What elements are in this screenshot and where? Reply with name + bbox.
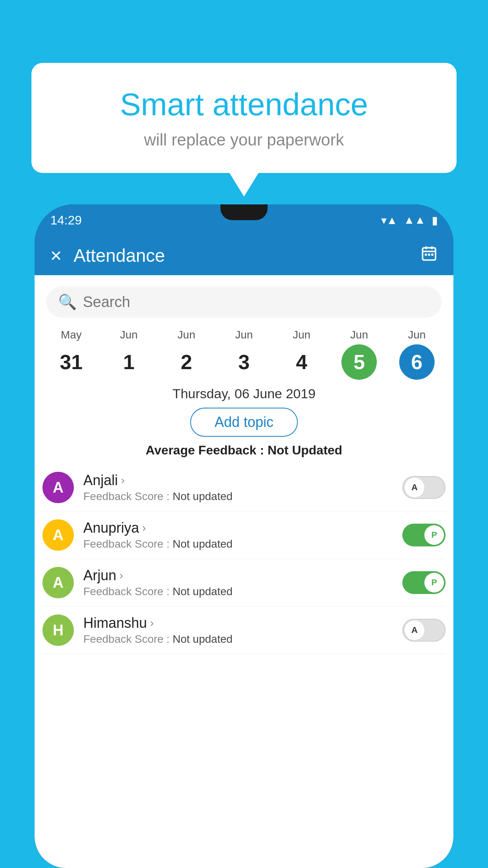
cal-month-label: Jun [235,329,253,341]
student-info: Himanshu ›Feedback Score : Not updated [83,615,393,645]
cal-month-label: Jun [178,329,195,341]
student-info: Anupriya ›Feedback Score : Not updated [83,520,393,550]
app-bar: × Attendance [35,236,453,275]
chevron-right-icon: › [150,617,154,629]
notch [220,204,268,220]
cal-date-number[interactable]: 31 [53,344,89,380]
toggle-knob: P [424,573,444,592]
status-bar: 14:29 ▾▲ ▲▲ ▮ [35,204,453,236]
status-icons: ▾▲ ▲▲ ▮ [381,214,438,227]
signal-icon: ▲▲ [404,214,426,226]
speech-bubble-subtitle: will replace your paperwork [63,131,425,149]
calendar-day[interactable]: Jun6 [388,329,446,380]
avg-feedback-label: Average Feedback : [146,443,268,457]
cal-date-number[interactable]: 4 [284,344,319,380]
cal-date-number[interactable]: 1 [111,344,147,380]
cal-date-number[interactable]: 2 [169,344,204,380]
student-item[interactable]: AArjun ›Feedback Score : Not updatedP [42,559,446,607]
student-info: Anjali ›Feedback Score : Not updated [83,472,393,503]
close-button[interactable]: × [50,244,62,267]
avatar: A [42,472,74,503]
avatar: H [42,614,74,646]
cal-month-label: Jun [120,329,138,341]
calendar-day[interactable]: May31 [42,329,100,380]
search-icon: 🔍 [58,293,77,311]
student-info: Arjun ›Feedback Score : Not updated [83,567,393,598]
avg-feedback: Average Feedback : Not Updated [35,443,453,458]
student-item[interactable]: AAnupriya ›Feedback Score : Not updatedP [42,511,446,559]
toggle-knob: A [405,478,424,497]
chevron-right-icon: › [142,522,146,534]
attendance-toggle[interactable]: P [402,524,446,546]
attendance-toggle[interactable]: A [402,619,446,642]
cal-month-label: Jun [408,329,426,341]
student-item[interactable]: AAnjali ›Feedback Score : Not updatedA [42,464,446,511]
cal-month-label: Jun [350,329,368,341]
avg-feedback-value: Not Updated [268,443,342,457]
student-name[interactable]: Anupriya › [83,520,393,536]
add-topic-button[interactable]: Add topic [190,408,298,437]
selected-date-label: Thursday, 06 June 2019 [35,386,453,401]
student-list: AAnjali ›Feedback Score : Not updatedAAA… [35,464,453,654]
cal-month-label: Jun [293,329,310,341]
cal-date-number[interactable]: 6 [399,344,435,380]
student-item[interactable]: HHimanshu ›Feedback Score : Not updatedA [42,607,446,654]
toggle-knob: A [405,620,424,640]
calendar-day[interactable]: Jun3 [215,329,273,380]
avatar: A [42,519,74,551]
student-name[interactable]: Arjun › [83,567,393,584]
calendar-day[interactable]: Jun1 [100,329,158,380]
search-bar[interactable]: 🔍 [46,286,442,318]
student-feedback: Feedback Score : Not updated [83,585,393,598]
student-name[interactable]: Himanshu › [83,615,393,631]
speech-bubble: Smart attendance will replace your paper… [31,63,457,173]
toggle-knob: P [424,525,444,545]
attendance-toggle[interactable]: A [402,476,446,499]
chevron-right-icon: › [119,569,123,582]
calendar-day[interactable]: Jun5 [330,329,388,380]
student-feedback: Feedback Score : Not updated [83,490,393,503]
cal-date-number[interactable]: 3 [226,344,262,380]
wifi-icon: ▾▲ [381,214,398,227]
svg-rect-4 [425,254,427,256]
avatar: A [42,567,74,598]
battery-icon: ▮ [432,214,438,227]
phone-frame: 14:29 ▾▲ ▲▲ ▮ × Attendance 🔍 [35,204,453,868]
chevron-right-icon: › [121,474,125,487]
student-feedback: Feedback Score : Not updated [83,538,393,550]
time-display: 14:29 [50,213,82,228]
phone-content: 🔍 May31Jun1Jun2Jun3Jun4Jun5Jun6 Thursday… [35,275,453,868]
calendar-strip: May31Jun1Jun2Jun3Jun4Jun5Jun6 [35,329,453,380]
search-input[interactable] [83,294,430,311]
svg-rect-5 [428,254,430,256]
student-feedback: Feedback Score : Not updated [83,633,393,645]
calendar-day[interactable]: Jun2 [158,329,215,380]
calendar-day[interactable]: Jun4 [273,329,330,380]
cal-month-label: May [61,329,82,341]
student-name[interactable]: Anjali › [83,472,393,489]
cal-date-number[interactable]: 5 [341,344,377,380]
svg-rect-6 [431,254,434,256]
app-bar-title: Attendance [73,245,420,266]
speech-bubble-title: Smart attendance [63,86,425,123]
attendance-toggle[interactable]: P [402,571,446,594]
calendar-icon[interactable] [420,245,438,266]
